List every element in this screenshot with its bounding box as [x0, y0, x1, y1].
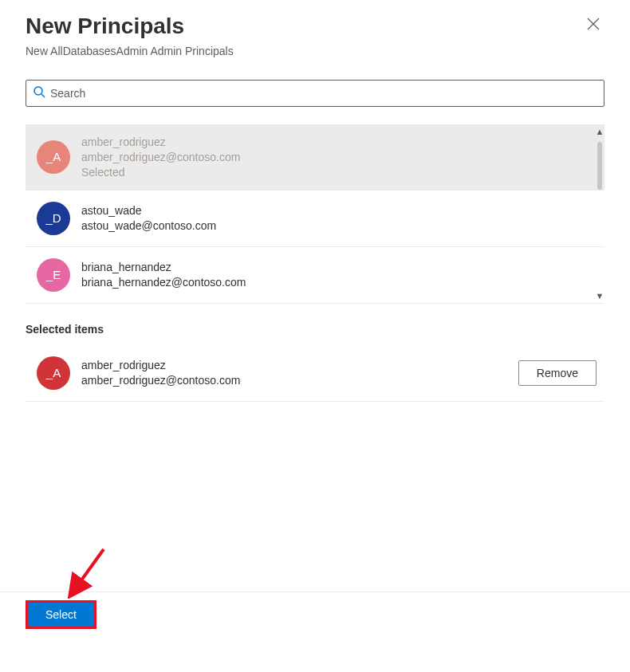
scroll-down-icon[interactable]: ▼	[596, 292, 604, 301]
search-icon	[33, 85, 45, 101]
selected-email: amber_rodriguez@contoso.com	[81, 374, 518, 387]
avatar: _E	[37, 258, 70, 292]
footer: Select	[0, 591, 630, 637]
principal-name: briana_hernandez	[81, 261, 595, 273]
search-field[interactable]	[26, 80, 604, 107]
principal-name: astou_wade	[81, 204, 595, 217]
close-button[interactable]	[582, 13, 604, 37]
principal-status: Selected	[81, 166, 595, 179]
avatar: _D	[37, 202, 70, 235]
panel-subtitle: New AllDatabasesAdmin Admin Principals	[26, 45, 234, 57]
selected-name: amber_rodriguez	[81, 359, 518, 371]
principal-item[interactable]: _D astou_wade astou_wade@contoso.com	[26, 191, 604, 247]
principal-email: amber_rodriguez@contoso.com	[81, 151, 595, 163]
remove-button[interactable]: Remove	[518, 360, 597, 386]
close-icon	[587, 19, 600, 33]
scroll-thumb[interactable]	[597, 142, 602, 190]
principals-list: _A amber_rodriguez amber_rodriguez@conto…	[26, 124, 604, 304]
selected-items-heading: Selected items	[26, 323, 604, 336]
svg-line-3	[41, 94, 45, 97]
panel-title: New Principals	[26, 13, 234, 40]
search-input[interactable]	[45, 87, 597, 100]
avatar: _A	[37, 140, 70, 174]
svg-line-5	[75, 549, 104, 589]
principal-item[interactable]: _A amber_rodriguez amber_rodriguez@conto…	[26, 124, 604, 191]
principal-email: astou_wade@contoso.com	[81, 219, 595, 232]
scroll-up-icon[interactable]: ▲	[596, 128, 604, 136]
scrollbar[interactable]: ▲ ▼	[595, 128, 604, 301]
select-button-highlight: Select	[26, 600, 96, 629]
principal-item[interactable]: _E briana_hernandez briana_hernandez@con…	[26, 247, 604, 304]
selected-item: _A amber_rodriguez amber_rodriguez@conto…	[26, 345, 604, 402]
avatar: _A	[37, 356, 70, 390]
principal-email: briana_hernandez@contoso.com	[81, 276, 595, 289]
select-button[interactable]: Select	[28, 603, 94, 627]
svg-point-2	[34, 87, 42, 95]
principal-name: amber_rodriguez	[81, 136, 595, 148]
